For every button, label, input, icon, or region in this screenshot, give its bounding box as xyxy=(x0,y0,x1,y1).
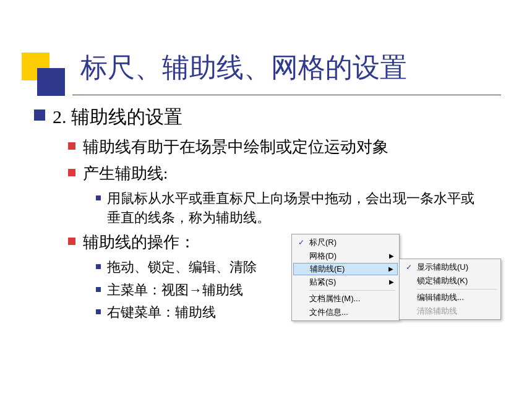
section-heading: 2. 辅助线的设置 xyxy=(53,105,182,130)
menu-item-label: 显示辅助线(U) xyxy=(414,262,496,273)
context-menu-screenshot: ✓ 标尺(R) 网格(D) ▶ 辅助线(E) ▶ xyxy=(291,234,501,321)
bullet-square-blue xyxy=(34,109,45,121)
menu-item-ruler[interactable]: ✓ 标尺(R) xyxy=(293,236,398,249)
menu-item-label: 清除辅助线 xyxy=(414,306,496,317)
ops-item-b-text: 主菜单：视图→辅助线 xyxy=(107,281,243,300)
decor-blue-square xyxy=(37,68,65,96)
title-underline xyxy=(72,95,501,95)
bullet-square-red xyxy=(68,142,75,150)
menu-item-label: 标尺(R) xyxy=(307,237,394,248)
menu-item-label: 网格(D) xyxy=(307,251,389,262)
ops-item-a: 拖动、锁定、编辑、清除 xyxy=(96,258,291,277)
section-number: 2. xyxy=(53,106,67,127)
bullet-square-red xyxy=(68,169,75,176)
generate-label: 产生辅助线: xyxy=(83,163,168,184)
ops-item-a-text: 拖动、锁定、编辑、清除 xyxy=(107,258,257,277)
menu-separator xyxy=(309,290,395,291)
bullet-ops: 辅助线的操作： xyxy=(68,231,291,253)
intro-text: 辅助线有助于在场景中绘制或定位运动对象 xyxy=(83,136,388,158)
title-block: 标尺、辅助线、网格的设置 xyxy=(31,19,501,55)
submenu-arrow-icon: ▶ xyxy=(389,278,394,285)
menu-item-grid[interactable]: 网格(D) ▶ xyxy=(293,249,398,263)
menu-item-label: 编辑辅助线... xyxy=(414,292,496,303)
bullet-square-small-blue xyxy=(96,287,101,292)
check-icon: ✓ xyxy=(403,263,414,272)
bullet-square-small-blue xyxy=(96,309,101,314)
check-icon: ✓ xyxy=(296,238,307,247)
bullet-square-small-blue xyxy=(96,195,101,200)
menu-item-snap[interactable]: 贴紧(S) ▶ xyxy=(293,275,398,289)
submenu-item-lock[interactable]: 锁定辅助线(K) xyxy=(401,274,499,288)
submenu-guides: ✓ 显示辅助线(U) 锁定辅助线(K) 编辑辅助线... 清除辅助线 xyxy=(399,259,501,320)
slide-content: 2. 辅助线的设置 辅助线有助于在场景中绘制或定位运动对象 产生辅助线: 用鼠标… xyxy=(34,105,501,326)
submenu-item-show[interactable]: ✓ 显示辅助线(U) xyxy=(401,260,499,274)
bullet-square-red xyxy=(68,238,75,245)
main-menu: ✓ 标尺(R) 网格(D) ▶ 辅助线(E) ▶ xyxy=(291,234,400,321)
menu-item-label: 文档属性(M)... xyxy=(307,293,394,304)
ops-item-c-text: 右键菜单：辅助线 xyxy=(107,303,216,322)
submenu-arrow-icon: ▶ xyxy=(389,252,394,259)
ops-item-c: 右键菜单：辅助线 xyxy=(96,303,291,322)
generate-desc: 用鼠标从水平或垂直标尺上向场景中拖动，会出现一条水平或垂直的线条，称为辅助线。 xyxy=(107,189,478,228)
bullet-square-small-blue xyxy=(96,264,101,269)
submenu-arrow-icon: ▶ xyxy=(388,265,393,272)
bullet-generate-desc: 用鼠标从水平或垂直标尺上向场景中拖动，会出现一条水平或垂直的线条，称为辅助线。 xyxy=(96,189,501,228)
menu-item-label: 锁定辅助线(K) xyxy=(414,275,496,286)
menu-separator xyxy=(417,289,497,290)
section-heading-text: 辅助线的设置 xyxy=(71,106,182,127)
submenu-item-clear: 清除辅助线 xyxy=(401,304,499,318)
slide-title: 标尺、辅助线、网格的设置 xyxy=(80,49,532,86)
menu-item-guides[interactable]: 辅助线(E) ▶ xyxy=(293,263,398,275)
bullet-generate: 产生辅助线: xyxy=(68,163,501,184)
menu-item-label: 文件信息... xyxy=(307,307,394,318)
menu-item-file-info[interactable]: 文件信息... xyxy=(293,306,398,319)
section-heading-row: 2. 辅助线的设置 xyxy=(34,105,501,130)
menu-item-doc-props[interactable]: 文档属性(M)... xyxy=(293,292,398,306)
submenu-item-edit[interactable]: 编辑辅助线... xyxy=(401,291,499,304)
menu-item-label: 辅助线(E) xyxy=(307,264,388,275)
bullet-intro: 辅助线有助于在场景中绘制或定位运动对象 xyxy=(68,136,501,158)
ops-label: 辅助线的操作： xyxy=(83,231,195,253)
ops-item-b: 主菜单：视图→辅助线 xyxy=(96,281,291,300)
menu-item-label: 贴紧(S) xyxy=(307,277,389,288)
